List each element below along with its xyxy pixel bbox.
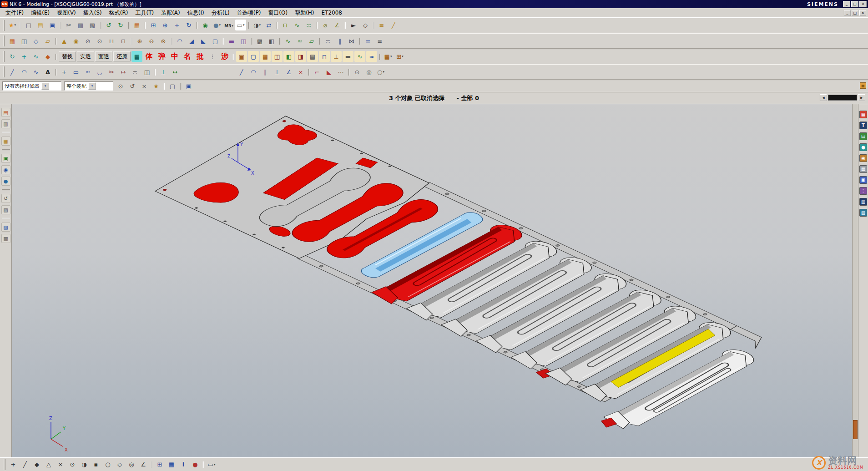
interpart-link-icon[interactable]: ≍ — [303, 20, 314, 30]
tangent-snap-icon[interactable]: ∠ — [138, 459, 149, 470]
studio-spline-icon[interactable]: ≈ — [82, 66, 93, 77]
view-palette-icon[interactable]: ▦ — [859, 111, 867, 118]
draft-icon[interactable]: ◣ — [198, 35, 209, 46]
prompt-scroll-right-button[interactable]: ▶ — [858, 94, 865, 101]
view-macro-button[interactable]: 还原 — [113, 51, 131, 61]
attributes-icon[interactable]: ⋮ — [207, 51, 218, 62]
snap-toggle-icon[interactable]: ◇ — [360, 20, 371, 30]
rectangle-select-icon[interactable]: ▢ — [167, 81, 178, 91]
mirror-tool-icon[interactable]: ◫ — [141, 66, 152, 77]
subtract-icon[interactable]: ⊖ — [146, 35, 157, 46]
blue-panel-icon[interactable]: ▣ — [859, 176, 867, 184]
paste-icon[interactable]: ▧ — [87, 20, 98, 30]
deselect-all-icon[interactable]: × — [139, 81, 150, 91]
mw-ejector-icon[interactable]: ⊥ — [331, 51, 342, 62]
window-control-button[interactable]: × — [859, 1, 867, 7]
snap-point-toggle-icon[interactable]: + — [8, 459, 19, 470]
menu-item[interactable]: 信息(I) — [184, 9, 208, 17]
toolbar-grip[interactable] — [3, 51, 5, 62]
split-body-icon[interactable]: ◫ — [238, 35, 249, 46]
fillet-tool-icon[interactable]: ◡ — [94, 66, 105, 77]
menu-item[interactable]: 装配(A) — [157, 9, 184, 17]
info-window-icon[interactable]: i — [178, 459, 189, 470]
arc-icon[interactable]: ◠ — [19, 66, 30, 77]
vertical-scrollbar[interactable] — [852, 104, 858, 457]
part-navigator-icon[interactable]: ▦ — [1, 137, 10, 146]
menu-item[interactable]: 首选项(P) — [233, 9, 265, 17]
trim-body-icon[interactable]: ▬ — [226, 35, 237, 46]
boss-icon[interactable]: ⊙ — [94, 35, 105, 46]
vertical-scrollbar-thumb[interactable] — [853, 420, 858, 439]
macro-batch-button[interactable]: 批 — [194, 51, 206, 62]
profile-icon[interactable]: ╱ — [7, 66, 18, 77]
intersection-snap-icon[interactable]: × — [55, 459, 66, 470]
extrude-icon[interactable]: ▲ — [59, 35, 70, 46]
midpoint-snap-icon[interactable]: ◆ — [31, 459, 42, 470]
copy-icon[interactable]: ▥ — [75, 20, 86, 30]
endpoint-snap-icon[interactable]: ╱ — [20, 459, 30, 470]
mw-standard-part-icon[interactable]: ⊓ — [319, 51, 330, 62]
circle-tool-icon[interactable]: ⊙ — [352, 66, 363, 77]
reuse-library-icon[interactable]: ▣ — [1, 154, 10, 163]
edit-feature-icon[interactable]: ≡ — [374, 35, 385, 46]
move-object-icon[interactable]: ⇄ — [263, 20, 274, 30]
intersection-point-icon[interactable]: × — [295, 66, 306, 77]
view-macro-button[interactable]: 替换 — [59, 51, 76, 61]
offset-tool-icon[interactable]: ≍ — [130, 66, 141, 77]
pan-view-icon[interactable]: + — [172, 20, 182, 30]
curve-chamfer-icon[interactable]: ◣ — [323, 66, 334, 77]
view-macro-button[interactable]: 实透 — [77, 51, 94, 61]
new-file-icon[interactable]: □ — [23, 20, 34, 30]
toolbar-grip[interactable] — [3, 66, 5, 77]
intersect-icon[interactable]: ⊗ — [158, 35, 169, 46]
sketch-icon[interactable]: ▱ — [42, 35, 53, 46]
macro-body-button[interactable]: 体 — [143, 51, 155, 62]
text-panel-icon[interactable]: T — [859, 122, 867, 129]
assembly-load-icon[interactable]: ⊓ — [280, 20, 291, 30]
true-shading-icon[interactable]: ◉ — [200, 20, 211, 30]
menu-item[interactable]: 插入(S) — [80, 9, 106, 17]
spline-icon[interactable]: ∿ — [30, 66, 41, 77]
general-select-icon[interactable]: ▣ — [183, 81, 194, 91]
divide-curve-icon[interactable]: ⋯ — [335, 66, 346, 77]
macro-interfere-button[interactable]: 涉 — [219, 51, 231, 62]
chevron-down-icon[interactable]: ▾ — [41, 82, 49, 90]
restore-selection-icon[interactable]: ↺ — [127, 81, 138, 91]
assembly-navigator-icon[interactable]: ▤ — [1, 108, 10, 117]
pocket-icon[interactable]: ⊔ — [106, 35, 117, 46]
menu-item[interactable]: 帮助(H) — [291, 9, 318, 17]
model-strip-svg[interactable]: Y X Z Z Y X — [12, 104, 852, 457]
mirror-feature-icon[interactable]: ◧ — [266, 35, 277, 46]
grid-toggle-icon[interactable]: ▦ — [166, 459, 177, 470]
datum-plane-icon[interactable]: ◇ — [30, 35, 41, 46]
material-balls-icon[interactable]: ◉ — [859, 154, 867, 162]
chevron-down-icon[interactable]: ▾ — [88, 82, 96, 90]
hd3d-tools-icon[interactable]: ◉ — [1, 165, 10, 174]
unite-icon[interactable]: ⊕ — [134, 35, 145, 46]
menu-item[interactable]: 文件(F) — [2, 9, 27, 17]
menu-item[interactable]: ET2008 — [318, 9, 346, 17]
prompt-scroll-track[interactable] — [828, 95, 857, 101]
mw-pattern-icon[interactable]: ▦ — [260, 51, 271, 62]
view-manager-icon[interactable]: ▦ — [7, 35, 18, 46]
view-macro-button[interactable]: 面透 — [95, 51, 112, 61]
shell-icon[interactable]: ▢ — [210, 35, 221, 46]
conic-tool-icon[interactable]: ○▾ — [375, 66, 386, 77]
existing-point-snap-icon[interactable]: ▪ — [91, 459, 101, 470]
menu-item[interactable]: 窗口(O) — [264, 9, 291, 17]
corner-icon[interactable]: ⌐ — [312, 66, 323, 77]
cut-icon[interactable]: ✂ — [63, 20, 74, 30]
redo-icon[interactable]: ↻ — [115, 20, 126, 30]
web-browser-icon[interactable]: ● — [1, 177, 10, 186]
mold-tools-dropdown-icon[interactable]: ▦▾ — [383, 51, 394, 62]
wcs-triad[interactable]: Z Y X — [49, 416, 68, 452]
parallel-line-icon[interactable]: ∥ — [260, 66, 271, 77]
arc-center-snap-icon[interactable]: ⊙ — [67, 459, 78, 470]
mw-core-icon[interactable]: ◧ — [283, 51, 294, 62]
show-hide-icon[interactable]: ◑▾ — [252, 20, 262, 30]
fit-view-icon[interactable]: ⊞ — [148, 20, 159, 30]
mw-cavity-icon[interactable]: ◨ — [295, 51, 306, 62]
pad-icon[interactable]: ⊓ — [118, 35, 129, 46]
measure-distance-icon[interactable]: ⌀ — [320, 20, 331, 30]
macro-center-button[interactable]: 中 — [169, 51, 181, 62]
